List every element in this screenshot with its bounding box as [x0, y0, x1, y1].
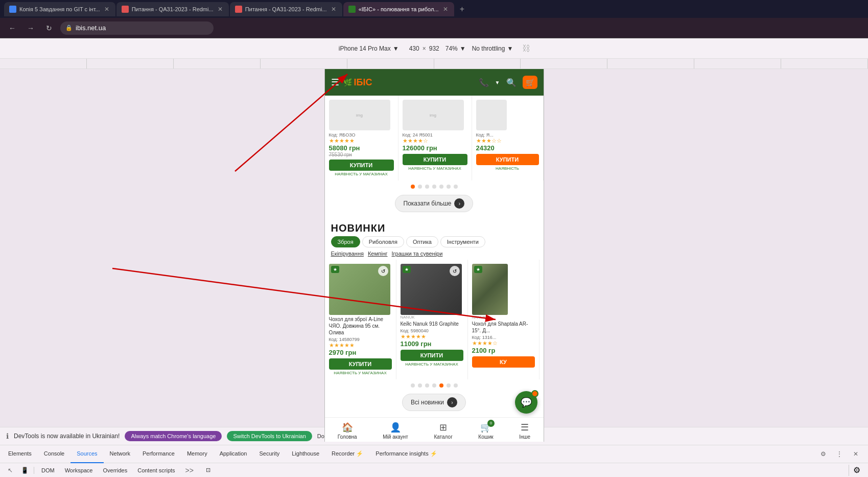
dot-new-7[interactable] [454, 383, 458, 388]
tab-1-close[interactable]: ✕ [103, 5, 110, 14]
nav-more[interactable]: ☰ Інше [519, 422, 530, 440]
dot-top-1[interactable] [411, 185, 415, 189]
nav-account[interactable]: 👤 Мій акаунт [383, 422, 408, 440]
tab-4[interactable]: «ІБІС» - полювання та рибол... ✕ [343, 2, 454, 16]
phone-icon[interactable]: 📞 [479, 78, 489, 87]
all-new-button[interactable]: Всі новинки › [402, 394, 466, 411]
new-tab-button[interactable]: + [455, 2, 470, 16]
dot-top-2[interactable] [418, 185, 422, 189]
devtools-tab-recorder[interactable]: Recorder ⚡ [325, 445, 369, 463]
devtools-workspace-tab[interactable]: Workspace [61, 466, 97, 474]
dot-new-3[interactable] [425, 383, 429, 388]
ruler-seg-4 [261, 59, 347, 69]
devtools-settings-icon[interactable]: ⚙ [817, 448, 829, 460]
devtools-content-scripts-tab[interactable]: Content scripts [133, 466, 179, 474]
devtools-close-icon[interactable]: ✕ [850, 448, 862, 460]
devtools-dom-tab[interactable]: DOM [37, 466, 59, 474]
cat-tab-tools[interactable]: Інструменти [440, 236, 485, 247]
forward-button[interactable]: → [24, 21, 38, 35]
product-1-buy-button[interactable]: КУПИТИ [329, 160, 394, 171]
tab-4-close[interactable]: ✕ [442, 5, 449, 14]
cat-tab-optics[interactable]: Оптика [406, 236, 438, 247]
dot-top-3[interactable] [425, 185, 429, 189]
ruler-seg-8 [607, 59, 694, 69]
cat-tab-tools-label: Інструменти [447, 239, 479, 245]
devtools-extra-icon[interactable]: ⊡ [202, 466, 215, 474]
devtools-tab-perf-insights[interactable]: Performance insights ⚡ [369, 445, 443, 463]
product-1-code: Код: ЯБOЗО [329, 132, 394, 138]
always-match-language-button[interactable]: Always match Chrome's language [125, 431, 222, 441]
device-selector[interactable]: iPhone 14 Pro Max ▼ [335, 43, 403, 54]
devtools-tab-security[interactable]: Security [253, 445, 286, 463]
devtools-tab-console[interactable]: Console [38, 445, 71, 463]
dot-new-5[interactable] [439, 383, 443, 388]
cat-tab-zbroya[interactable]: Зброя [331, 236, 360, 247]
devtools-tab-recorder-label: Recorder ⚡ [332, 450, 363, 457]
devtools-tab-sources[interactable]: Sources [71, 445, 103, 463]
dot-new-6[interactable] [447, 383, 451, 388]
tab-3-close[interactable]: ✕ [330, 5, 337, 14]
top-products-row: img Код: ЯБOЗО ★★★★★ 58080 грн 75530 грн… [325, 96, 544, 180]
back-button[interactable]: ← [5, 21, 19, 35]
dot-top-7[interactable] [454, 185, 458, 189]
devtools-more-icon[interactable]: ⋮ [833, 448, 846, 460]
chat-fab-button[interactable]: 💬 [515, 391, 537, 414]
devtools-tab-elements[interactable]: Elements [2, 445, 38, 463]
switch-to-ukrainian-button[interactable]: Switch DevTools to Ukrainian [227, 431, 312, 441]
cat-tab2-camping[interactable]: Кемпінг [368, 251, 388, 257]
dot-top-5[interactable] [439, 185, 443, 189]
devtools-device-icon[interactable]: 📱 [18, 464, 31, 476]
dot-top-6[interactable] [447, 185, 451, 189]
network-conditions-icon[interactable]: ⛓ [519, 41, 533, 56]
corner-gear-icon[interactable]: ⚙ [849, 465, 864, 476]
nav-cart[interactable]: 🛒 Кошик [478, 422, 493, 440]
product-2-buy-button[interactable]: КУПИТИ [403, 154, 467, 165]
section-title-new: НОВИНКИ [325, 218, 544, 236]
cat-tab2-equip[interactable]: Екіпірування [331, 251, 364, 257]
tab-2[interactable]: Питання - QA31-2023 - Redmi... ✕ [116, 2, 229, 16]
new-card-3-title: Чохол для Shaptala AR-15°. Д... [472, 321, 535, 334]
tab-2-close[interactable]: ✕ [217, 5, 224, 14]
new-card-2-buy-button[interactable]: КУПИТИ [401, 350, 463, 361]
new-card-1-img: ★ ↺ [329, 264, 390, 315]
devtools-overrides-tab[interactable]: Overrides [99, 466, 132, 474]
new-card-1-refresh: ↺ [378, 266, 388, 276]
search-icon[interactable]: 🔍 [506, 78, 517, 87]
devtools-bottom-toolbar: ↖ 📱 DOM Workspace Overrides Content scri… [0, 463, 868, 477]
cat-tab-fishing[interactable]: Риболовля [362, 236, 404, 247]
dot-new-2[interactable] [418, 383, 422, 388]
reload-button[interactable]: ↻ [42, 21, 56, 35]
zoom-selector[interactable]: 74% ▼ [445, 45, 466, 52]
dot-new-4[interactable] [432, 383, 436, 388]
new-card-1-buy-button[interactable]: КУПИТИ [329, 358, 392, 370]
ruler-seg-9 [694, 59, 781, 69]
show-more-button[interactable]: Показати більше › [395, 195, 474, 212]
dot-top-4[interactable] [432, 185, 436, 189]
product-3-buy-button[interactable]: КУПИТИ [476, 154, 539, 165]
devtools-tab-lighthouse[interactable]: Lighthouse [286, 445, 325, 463]
devtools-tab-network[interactable]: Network [104, 445, 136, 463]
devtools-tab-elements-label: Elements [8, 450, 32, 457]
show-more-container: Показати більше › [325, 193, 544, 214]
tab-3[interactable]: Питання - QA31-2023 - Redmi... ✕ [230, 2, 342, 16]
dot-new-1[interactable] [411, 383, 415, 388]
nav-home[interactable]: 🏠 Голoвна [338, 422, 357, 440]
mobile-viewport: ☰ 🌿 ІБІС 📞 ▼ 🔍 🛒 [324, 69, 544, 442]
new-card-3-buy-button[interactable]: КУ [472, 356, 535, 368]
devtools-tab-performance[interactable]: Performance [136, 445, 181, 463]
devtools-more-tabs-button[interactable]: >> [181, 465, 198, 475]
new-card-2-brand: NANUK [401, 315, 463, 320]
tab-1[interactable]: Копія 5 Завдання по GIT с інт... ✕ [4, 2, 115, 16]
devtools-tab-memory[interactable]: Memory [181, 445, 214, 463]
devtools-pointer-icon[interactable]: ↖ [4, 464, 16, 476]
throttle-selector[interactable]: No throttling ▼ [472, 45, 513, 52]
product-card-2-img: img [403, 100, 464, 130]
address-bar[interactable]: 🔒 ibis.net.ua [60, 21, 214, 35]
cat-tab2-toys[interactable]: Іграшки та сувеніри [392, 251, 443, 257]
nav-catalog[interactable]: ⊞ Каталог [434, 422, 452, 440]
hamburger-icon[interactable]: ☰ [331, 77, 339, 88]
cart-button[interactable]: 🛒 [523, 76, 537, 89]
devtools-tab-application[interactable]: Application [214, 445, 253, 463]
new-card-2-code: Код: 5980040 [401, 328, 463, 333]
new-card-1-code: Код: 14580799 [329, 337, 392, 342]
